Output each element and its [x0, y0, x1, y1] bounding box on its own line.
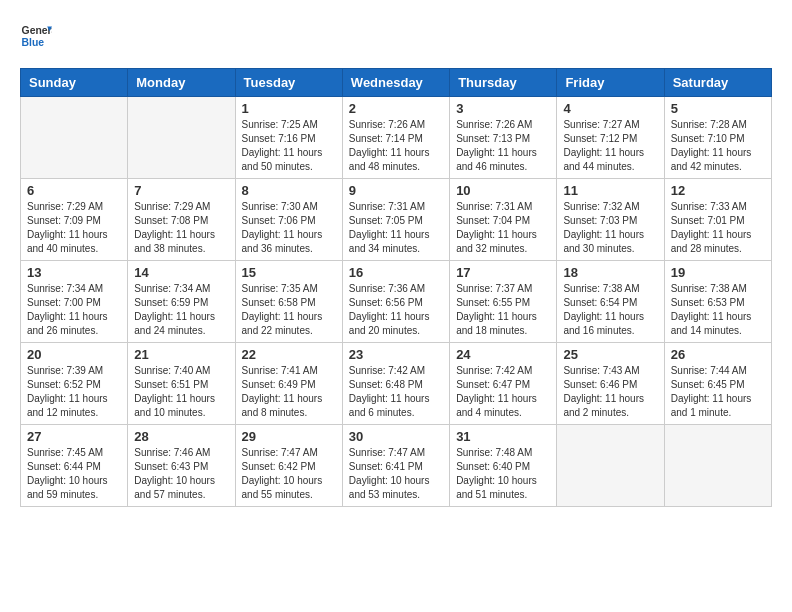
day-daylight: Daylight: 11 hours and 26 minutes.	[27, 310, 121, 338]
day-sunrise: Sunrise: 7:34 AM	[134, 282, 228, 296]
day-number: 4	[563, 101, 657, 116]
calendar-day-cell: 26 Sunrise: 7:44 AM Sunset: 6:45 PM Dayl…	[664, 343, 771, 425]
day-number: 29	[242, 429, 336, 444]
day-sunset: Sunset: 6:41 PM	[349, 460, 443, 474]
day-number: 22	[242, 347, 336, 362]
day-sunset: Sunset: 7:13 PM	[456, 132, 550, 146]
day-daylight: Daylight: 11 hours and 20 minutes.	[349, 310, 443, 338]
weekday-header: Thursday	[450, 69, 557, 97]
day-daylight: Daylight: 11 hours and 48 minutes.	[349, 146, 443, 174]
day-sunrise: Sunrise: 7:31 AM	[456, 200, 550, 214]
day-sunset: Sunset: 6:58 PM	[242, 296, 336, 310]
day-number: 8	[242, 183, 336, 198]
calendar-day-cell: 1 Sunrise: 7:25 AM Sunset: 7:16 PM Dayli…	[235, 97, 342, 179]
day-daylight: Daylight: 11 hours and 10 minutes.	[134, 392, 228, 420]
calendar-week-row: 1 Sunrise: 7:25 AM Sunset: 7:16 PM Dayli…	[21, 97, 772, 179]
day-daylight: Daylight: 11 hours and 6 minutes.	[349, 392, 443, 420]
day-sunset: Sunset: 6:52 PM	[27, 378, 121, 392]
day-sunrise: Sunrise: 7:41 AM	[242, 364, 336, 378]
calendar-day-cell: 28 Sunrise: 7:46 AM Sunset: 6:43 PM Dayl…	[128, 425, 235, 507]
calendar-day-cell: 16 Sunrise: 7:36 AM Sunset: 6:56 PM Dayl…	[342, 261, 449, 343]
day-number: 21	[134, 347, 228, 362]
day-sunrise: Sunrise: 7:36 AM	[349, 282, 443, 296]
day-sunset: Sunset: 6:59 PM	[134, 296, 228, 310]
day-sunset: Sunset: 7:00 PM	[27, 296, 121, 310]
day-sunset: Sunset: 6:40 PM	[456, 460, 550, 474]
day-sunset: Sunset: 6:48 PM	[349, 378, 443, 392]
day-sunrise: Sunrise: 7:37 AM	[456, 282, 550, 296]
day-number: 23	[349, 347, 443, 362]
day-sunset: Sunset: 7:12 PM	[563, 132, 657, 146]
day-sunrise: Sunrise: 7:38 AM	[563, 282, 657, 296]
calendar-week-row: 20 Sunrise: 7:39 AM Sunset: 6:52 PM Dayl…	[21, 343, 772, 425]
day-sunset: Sunset: 7:10 PM	[671, 132, 765, 146]
calendar-day-cell: 14 Sunrise: 7:34 AM Sunset: 6:59 PM Dayl…	[128, 261, 235, 343]
day-sunrise: Sunrise: 7:29 AM	[134, 200, 228, 214]
day-sunset: Sunset: 7:08 PM	[134, 214, 228, 228]
day-number: 10	[456, 183, 550, 198]
day-sunset: Sunset: 7:05 PM	[349, 214, 443, 228]
day-sunrise: Sunrise: 7:28 AM	[671, 118, 765, 132]
day-daylight: Daylight: 11 hours and 38 minutes.	[134, 228, 228, 256]
weekday-header: Tuesday	[235, 69, 342, 97]
day-daylight: Daylight: 11 hours and 30 minutes.	[563, 228, 657, 256]
day-sunrise: Sunrise: 7:31 AM	[349, 200, 443, 214]
calendar-day-cell: 24 Sunrise: 7:42 AM Sunset: 6:47 PM Dayl…	[450, 343, 557, 425]
day-daylight: Daylight: 11 hours and 8 minutes.	[242, 392, 336, 420]
calendar-day-cell: 5 Sunrise: 7:28 AM Sunset: 7:10 PM Dayli…	[664, 97, 771, 179]
calendar-header-row: SundayMondayTuesdayWednesdayThursdayFrid…	[21, 69, 772, 97]
day-number: 30	[349, 429, 443, 444]
calendar-day-cell: 29 Sunrise: 7:47 AM Sunset: 6:42 PM Dayl…	[235, 425, 342, 507]
calendar-week-row: 27 Sunrise: 7:45 AM Sunset: 6:44 PM Dayl…	[21, 425, 772, 507]
calendar-day-cell	[21, 97, 128, 179]
day-number: 7	[134, 183, 228, 198]
day-number: 11	[563, 183, 657, 198]
day-sunset: Sunset: 6:51 PM	[134, 378, 228, 392]
day-sunset: Sunset: 7:14 PM	[349, 132, 443, 146]
day-sunrise: Sunrise: 7:40 AM	[134, 364, 228, 378]
calendar-day-cell: 10 Sunrise: 7:31 AM Sunset: 7:04 PM Dayl…	[450, 179, 557, 261]
calendar-day-cell: 19 Sunrise: 7:38 AM Sunset: 6:53 PM Dayl…	[664, 261, 771, 343]
calendar-day-cell: 2 Sunrise: 7:26 AM Sunset: 7:14 PM Dayli…	[342, 97, 449, 179]
calendar-day-cell: 3 Sunrise: 7:26 AM Sunset: 7:13 PM Dayli…	[450, 97, 557, 179]
day-number: 13	[27, 265, 121, 280]
day-sunrise: Sunrise: 7:27 AM	[563, 118, 657, 132]
day-sunrise: Sunrise: 7:38 AM	[671, 282, 765, 296]
calendar-day-cell: 31 Sunrise: 7:48 AM Sunset: 6:40 PM Dayl…	[450, 425, 557, 507]
day-sunrise: Sunrise: 7:25 AM	[242, 118, 336, 132]
weekday-header: Monday	[128, 69, 235, 97]
calendar-day-cell: 21 Sunrise: 7:40 AM Sunset: 6:51 PM Dayl…	[128, 343, 235, 425]
day-sunset: Sunset: 7:03 PM	[563, 214, 657, 228]
calendar-day-cell	[128, 97, 235, 179]
day-daylight: Daylight: 10 hours and 55 minutes.	[242, 474, 336, 502]
day-sunset: Sunset: 6:46 PM	[563, 378, 657, 392]
day-number: 24	[456, 347, 550, 362]
day-sunrise: Sunrise: 7:47 AM	[242, 446, 336, 460]
svg-text:Blue: Blue	[22, 37, 45, 48]
calendar-table: SundayMondayTuesdayWednesdayThursdayFrid…	[20, 68, 772, 507]
day-daylight: Daylight: 11 hours and 46 minutes.	[456, 146, 550, 174]
calendar-day-cell: 4 Sunrise: 7:27 AM Sunset: 7:12 PM Dayli…	[557, 97, 664, 179]
day-sunset: Sunset: 7:09 PM	[27, 214, 121, 228]
day-daylight: Daylight: 11 hours and 40 minutes.	[27, 228, 121, 256]
day-number: 14	[134, 265, 228, 280]
day-sunrise: Sunrise: 7:48 AM	[456, 446, 550, 460]
day-daylight: Daylight: 11 hours and 24 minutes.	[134, 310, 228, 338]
day-daylight: Daylight: 11 hours and 4 minutes.	[456, 392, 550, 420]
calendar-week-row: 13 Sunrise: 7:34 AM Sunset: 7:00 PM Dayl…	[21, 261, 772, 343]
weekday-header: Saturday	[664, 69, 771, 97]
day-number: 3	[456, 101, 550, 116]
day-sunrise: Sunrise: 7:26 AM	[456, 118, 550, 132]
logo: General Blue	[20, 20, 52, 52]
day-number: 19	[671, 265, 765, 280]
day-daylight: Daylight: 11 hours and 2 minutes.	[563, 392, 657, 420]
day-daylight: Daylight: 11 hours and 50 minutes.	[242, 146, 336, 174]
day-sunrise: Sunrise: 7:47 AM	[349, 446, 443, 460]
day-daylight: Daylight: 11 hours and 32 minutes.	[456, 228, 550, 256]
calendar-day-cell: 9 Sunrise: 7:31 AM Sunset: 7:05 PM Dayli…	[342, 179, 449, 261]
day-number: 31	[456, 429, 550, 444]
calendar-day-cell: 23 Sunrise: 7:42 AM Sunset: 6:48 PM Dayl…	[342, 343, 449, 425]
day-daylight: Daylight: 11 hours and 36 minutes.	[242, 228, 336, 256]
day-sunrise: Sunrise: 7:33 AM	[671, 200, 765, 214]
calendar-day-cell: 13 Sunrise: 7:34 AM Sunset: 7:00 PM Dayl…	[21, 261, 128, 343]
